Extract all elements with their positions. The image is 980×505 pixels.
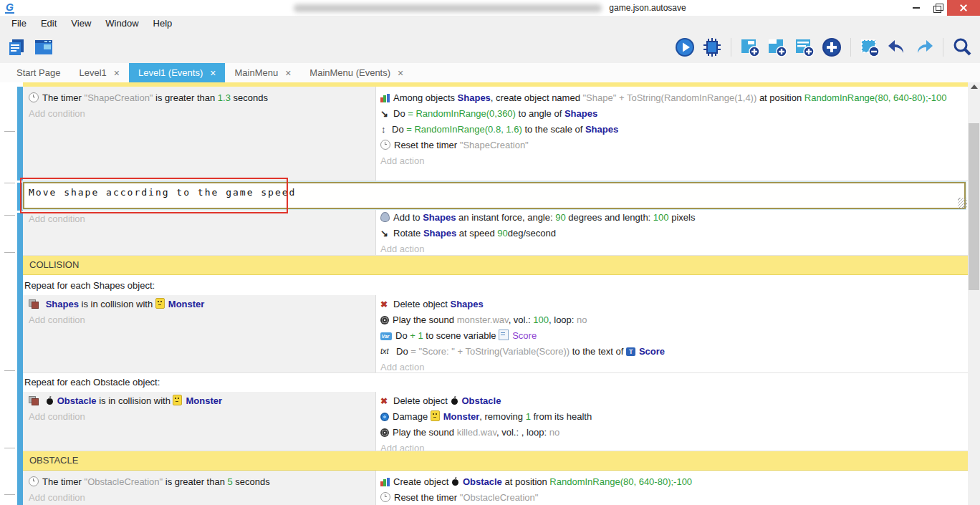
event-shape-creation: The timer "ShapeCreation" is greater tha… (23, 87, 968, 181)
tab-level1[interactable]: Level1× (69, 63, 129, 82)
resize-grip-icon[interactable] (958, 198, 967, 209)
add-condition[interactable]: Add condition (29, 312, 370, 328)
tab-close-icon[interactable]: × (285, 68, 291, 78)
tab-close-icon[interactable]: × (210, 68, 216, 78)
monster-icon (431, 410, 440, 421)
variable-icon (380, 332, 392, 340)
tab-level1-events[interactable]: Level1 (Events)× (129, 63, 226, 82)
delete-icon (380, 396, 390, 405)
conditions-cell: The timer "ObstacleCreation" is greater … (23, 471, 376, 505)
scroll-up-icon[interactable] (971, 85, 978, 89)
menu-file[interactable]: File (4, 16, 34, 32)
menu-bar: File Edit View Window Help (0, 16, 980, 32)
add-condition[interactable]: Add condition (29, 409, 370, 425)
repeat-header[interactable]: Repeat for each Shapes object: (23, 275, 968, 295)
conditions-cell: Obstacle is in collision with Monster Ad… (23, 392, 376, 451)
add-event-icon[interactable] (739, 37, 761, 58)
project-manager-icon[interactable] (6, 37, 27, 58)
redacted-title-text (294, 4, 602, 12)
action-line[interactable]: Rotate Shapes at speed 90deg/second (380, 226, 964, 241)
maximize-button[interactable] (926, 0, 947, 16)
add-action[interactable]: Add action (380, 441, 964, 451)
timer-icon (29, 92, 39, 102)
actions-cell: Delete object Obstacle Damage Monster, r… (376, 392, 968, 451)
event-obstacle-creation: The timer "ObstacleCreation" is greater … (23, 471, 968, 505)
repeat-header[interactable]: Repeat for each Obstacle object: (23, 373, 968, 392)
tab-start-page[interactable]: Start Page (7, 63, 69, 82)
action-line[interactable]: Create object Obstacle at position Rando… (380, 474, 964, 490)
actions-cell: Create object Obstacle at position Rando… (376, 471, 968, 505)
conditions-cell: Shapes is in collision with Monster Add … (23, 295, 376, 372)
scrollbar-thumb[interactable] (969, 123, 979, 290)
menu-view[interactable]: View (64, 16, 98, 32)
redo-icon[interactable] (913, 37, 935, 58)
minimize-button[interactable] (905, 0, 926, 16)
menu-help[interactable]: Help (146, 16, 180, 32)
tab-close-icon[interactable]: × (114, 68, 120, 78)
actions-cell: Among objects Shapes, create object name… (376, 87, 968, 181)
add-condition[interactable]: Add condition (29, 211, 370, 227)
add-action[interactable]: Add action (380, 360, 964, 372)
actions-cell: Delete object Shapes Play the sound mons… (376, 295, 968, 372)
action-line[interactable]: Add to Shapes an instant force, angle: 9… (380, 210, 964, 226)
add-condition[interactable]: Add condition (29, 490, 370, 505)
action-line[interactable]: Do = RandomInRange(0.8, 1.6) to the scal… (380, 122, 964, 138)
events-sheet: The timer "ShapeCreation" is greater tha… (0, 82, 968, 505)
tab-mainmenu[interactable]: MainMenu× (225, 63, 300, 82)
create-icon (380, 478, 390, 486)
action-line[interactable]: Delete object Obstacle (380, 393, 964, 409)
conditions-cell: The timer "ShapeCreation" is greater tha… (23, 87, 376, 181)
event-repeat-obstacle: Repeat for each Obstacle object: Obstacl… (23, 373, 968, 451)
menu-window[interactable]: Window (98, 16, 145, 32)
add-condition[interactable]: Add condition (29, 106, 370, 122)
toolbar-separator (731, 38, 731, 57)
tab-mainmenu-events[interactable]: MainMenu (Events)× (300, 63, 413, 82)
action-line[interactable]: Delete object Shapes (380, 297, 964, 312)
action-line[interactable]: Do = "Score: " + ToString(Variable(Score… (380, 344, 964, 360)
event-repeat-shapes: Repeat for each Shapes object: Shapes is… (23, 275, 968, 373)
window-title: game.json.autosave (609, 3, 686, 13)
add-circle-icon[interactable] (821, 37, 842, 58)
action-line[interactable]: Reset the timer "ObstacleCreation" (380, 490, 964, 505)
add-action[interactable]: Add action (380, 153, 964, 169)
condition-line[interactable]: Obstacle is in collision with Monster (29, 393, 370, 409)
monster-icon (173, 395, 182, 405)
action-line[interactable]: Play the sound monster.wav, vol.: 100, l… (380, 312, 964, 328)
group-banner-collision[interactable]: COLLISION (23, 256, 968, 275)
condition-line[interactable]: The timer "ObstacleCreation" is greater … (29, 474, 370, 490)
undo-icon[interactable] (886, 37, 908, 58)
action-line[interactable]: Play the sound killed.wav, vol.: , loop:… (380, 425, 964, 441)
toolbar-separator (943, 38, 943, 57)
action-line[interactable]: Among objects Shapes, create object name… (380, 90, 964, 106)
add-comment-icon[interactable] (794, 37, 815, 58)
title-bar: G game.json.autosave (0, 0, 980, 16)
toolbar-separator (850, 38, 851, 57)
damage-icon (380, 413, 389, 421)
event-move-shapes: Add condition Add to Shapes an instant f… (23, 210, 968, 256)
vertical-scrollbar[interactable] (968, 82, 980, 505)
debug-icon[interactable] (701, 37, 723, 58)
annotation-rectangle (20, 178, 288, 213)
tab-close-icon[interactable]: × (398, 68, 403, 78)
delete-event-icon[interactable] (859, 37, 880, 58)
condition-line[interactable]: The timer "ShapeCreation" is greater tha… (29, 90, 370, 106)
sound-icon (380, 316, 389, 324)
obstacle-icon (46, 396, 54, 405)
action-line[interactable]: Reset the timer "ShapeCreation" (380, 138, 964, 153)
add-subevent-icon[interactable] (767, 37, 788, 58)
condition-line[interactable]: Shapes is in collision with Monster (29, 297, 370, 312)
menu-edit[interactable]: Edit (34, 16, 64, 32)
close-button[interactable] (947, 0, 980, 16)
action-line[interactable]: Do = RandomInRange(0,360) to angle of Sh… (380, 106, 964, 122)
action-line[interactable]: Do + 1 to scene variable Score (380, 328, 964, 344)
scene-window-icon[interactable] (33, 37, 54, 58)
monster-icon (155, 298, 165, 309)
search-icon[interactable] (951, 37, 973, 58)
play-preview-icon[interactable] (674, 37, 696, 58)
action-line[interactable]: Damage Monster, removing 1 from its heal… (380, 409, 964, 425)
toolbar (0, 32, 980, 63)
obstacle-icon (451, 396, 458, 405)
add-action[interactable]: Add action (380, 241, 964, 255)
group-banner-obstacle[interactable]: OBSTACLE (23, 451, 968, 471)
txt-icon (380, 347, 393, 356)
